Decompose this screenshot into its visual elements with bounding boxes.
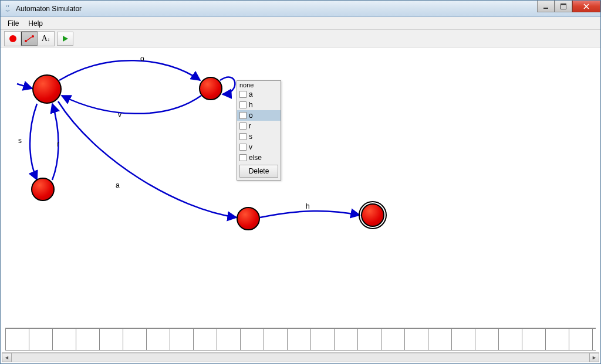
- svg-point-3: [25, 40, 27, 42]
- menubar: File Help: [1, 17, 600, 30]
- tape-cell[interactable]: [569, 328, 592, 351]
- state-L[interactable]: [32, 74, 62, 104]
- maximize-button[interactable]: [555, 1, 572, 12]
- tool-label[interactable]: A↓: [38, 32, 54, 46]
- tape-cell[interactable]: [146, 328, 170, 351]
- tape-cell[interactable]: [381, 328, 404, 351]
- tape-cell[interactable]: [52, 328, 76, 351]
- edges-layer: [1, 47, 600, 324]
- tape-cell[interactable]: [428, 328, 451, 351]
- run-button[interactable]: [57, 32, 73, 46]
- svg-line-5: [27, 37, 32, 40]
- checkbox-icon: [239, 154, 247, 161]
- tape-cell[interactable]: [522, 328, 545, 351]
- tool-transition[interactable]: [21, 32, 38, 46]
- tape-cell[interactable]: [264, 328, 287, 351]
- context-menu-item-a[interactable]: a: [237, 89, 281, 100]
- state-D[interactable]: [199, 77, 222, 100]
- context-menu-item-label: h: [249, 101, 253, 109]
- edge-label: o: [140, 55, 144, 63]
- edge-label: v: [118, 111, 121, 119]
- titlebar: Automaton Simulator: [1, 1, 600, 17]
- context-menu-item-label: a: [249, 90, 253, 98]
- svg-rect-2: [561, 4, 566, 5]
- scroll-right-icon[interactable]: ►: [589, 353, 599, 362]
- tape-cell[interactable]: [76, 328, 99, 351]
- transition-context-menu: none ahorsvelse Delete: [237, 80, 281, 181]
- java-app-icon: [3, 4, 12, 13]
- context-menu-item-o[interactable]: o: [237, 110, 281, 121]
- context-menu-item-label: else: [249, 154, 262, 162]
- context-menu-header: none: [237, 81, 281, 89]
- menu-help[interactable]: Help: [23, 18, 48, 29]
- tape-cell[interactable]: [357, 328, 381, 351]
- play-icon: [62, 35, 69, 42]
- context-menu-item-s[interactable]: s: [237, 131, 281, 142]
- tape-cell[interactable]: [5, 328, 29, 351]
- edge-label: s: [18, 137, 22, 145]
- context-menu-item-r[interactable]: r: [237, 121, 281, 131]
- tape-cell[interactable]: [240, 328, 264, 351]
- toolbar: A↓: [1, 30, 600, 47]
- checkbox-icon: [239, 123, 247, 130]
- checkbox-icon: [239, 112, 247, 119]
- context-menu-item-label: s: [249, 132, 252, 141]
- svg-marker-6: [63, 36, 68, 42]
- edge-label: r: [57, 140, 59, 148]
- state-T[interactable]: [237, 207, 260, 230]
- tape-cell[interactable]: [170, 328, 193, 351]
- context-menu-item-h[interactable]: h: [237, 100, 281, 110]
- minimize-button[interactable]: [537, 1, 555, 12]
- tool-state[interactable]: [5, 32, 21, 46]
- close-button[interactable]: [572, 1, 600, 12]
- tape-cell[interactable]: [217, 328, 240, 351]
- context-menu-item-else[interactable]: else: [237, 152, 281, 163]
- horizontal-scrollbar[interactable]: ◄ ►: [2, 352, 599, 362]
- menu-file[interactable]: File: [3, 18, 23, 29]
- window-title: Automaton Simulator: [16, 5, 598, 13]
- tape-cell[interactable]: [404, 328, 428, 351]
- canvas[interactable]: ovsrah none ahorsvelse Delete: [1, 47, 600, 324]
- tape[interactable]: [5, 328, 596, 352]
- arrow-edge-icon: [24, 35, 35, 43]
- tape-cell[interactable]: [475, 328, 498, 351]
- scroll-left-icon[interactable]: ◄: [2, 353, 12, 362]
- tape-cell[interactable]: [29, 328, 52, 351]
- tape-cell[interactable]: [310, 328, 334, 351]
- tape-cell[interactable]: [123, 328, 146, 351]
- edge-label: h: [306, 202, 310, 210]
- tape-cell[interactable]: [545, 328, 569, 351]
- tape-cell[interactable]: [193, 328, 217, 351]
- edge-label: a: [116, 181, 120, 189]
- checkbox-icon: [239, 144, 247, 151]
- context-menu-item-label: r: [249, 122, 251, 130]
- context-menu-item-label: o: [249, 111, 253, 120]
- tape-cell[interactable]: [498, 328, 522, 351]
- red-circle-icon: [9, 35, 16, 42]
- context-menu-item-label: v: [249, 143, 252, 151]
- state-U[interactable]: [361, 203, 384, 227]
- tape-cell[interactable]: [592, 328, 596, 351]
- tape-cell[interactable]: [451, 328, 475, 351]
- tape-cell[interactable]: [287, 328, 310, 351]
- state-V[interactable]: [31, 178, 55, 201]
- context-menu-delete[interactable]: Delete: [239, 165, 278, 178]
- checkbox-icon: [239, 101, 247, 108]
- checkbox-icon: [239, 91, 247, 98]
- scrollbar-track[interactable]: [12, 353, 589, 362]
- context-menu-item-v[interactable]: v: [237, 142, 281, 152]
- checkbox-icon: [239, 133, 247, 140]
- svg-rect-0: [543, 8, 548, 9]
- text-a-icon: A↓: [42, 34, 50, 43]
- tape-cell[interactable]: [334, 328, 357, 351]
- tape-cell[interactable]: [99, 328, 123, 351]
- svg-point-4: [32, 35, 34, 38]
